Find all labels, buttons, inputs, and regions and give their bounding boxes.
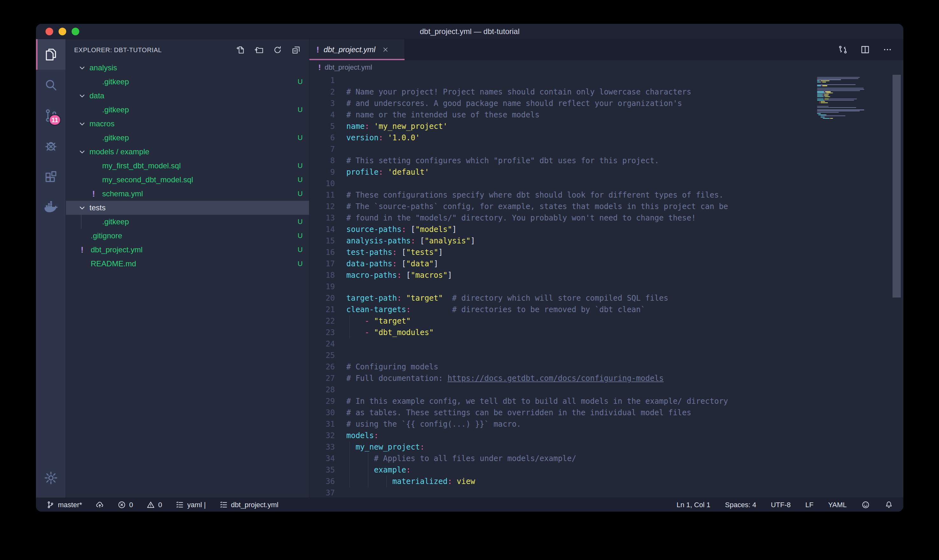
split-icon[interactable] xyxy=(860,45,870,55)
git-untracked-badge: U xyxy=(298,260,303,268)
status-linter-yaml[interactable]: yaml | xyxy=(175,500,206,509)
line-number: 12 xyxy=(309,201,346,212)
code-line-3[interactable]: 3# and underscores. A good package name … xyxy=(309,98,904,109)
code-line-15[interactable]: 15analysis-paths: ["analysis"] xyxy=(309,235,904,246)
status-problems-errors[interactable]: 0 xyxy=(117,500,133,509)
tree-file--gitkeep[interactable]: .gitkeepU xyxy=(66,103,309,117)
code-line-23[interactable]: 23 - "dbt_modules" xyxy=(309,327,904,338)
code-line-29[interactable]: 29# In this example config, we tell dbt … xyxy=(309,395,904,407)
close-tab-icon[interactable] xyxy=(382,46,389,54)
code-line-32[interactable]: 32models: xyxy=(309,430,904,441)
collapse-all-icon[interactable] xyxy=(291,45,301,55)
tree-file-my-first-dbt-model-sql[interactable]: my_first_dbt_model.sqlU xyxy=(66,159,309,173)
status-language-mode[interactable]: YAML xyxy=(828,501,847,509)
tree-file-dbt-project-yml[interactable]: !dbt_project.ymlU xyxy=(66,243,309,257)
code-line-37[interactable]: 37 xyxy=(309,487,904,498)
tree-file--gitkeep[interactable]: .gitkeepU xyxy=(66,215,309,229)
code-line-16[interactable]: 16test-paths: ["tests"] xyxy=(309,246,904,258)
tree-folder-tests[interactable]: tests xyxy=(66,201,309,215)
line-content: source-paths: ["models"] xyxy=(346,224,457,235)
activity-item-debug[interactable] xyxy=(36,131,66,161)
tree-file--gitignore[interactable]: .gitignoreU xyxy=(66,229,309,243)
new-file-icon[interactable] xyxy=(236,45,245,55)
tree-folder-data[interactable]: data xyxy=(66,89,309,103)
code-line-6[interactable]: 6version: '1.0.0' xyxy=(309,132,904,143)
activity-item-source-control[interactable]: 11 xyxy=(36,100,66,131)
code-line-7[interactable]: 7 xyxy=(309,143,904,155)
code-line-30[interactable]: 30# as tables. These settings can be ove… xyxy=(309,407,904,418)
code-line-2[interactable]: 2# Name your project! Project names shou… xyxy=(309,86,904,98)
line-number: 1 xyxy=(309,75,346,86)
tab-dbt-project-yml[interactable]: ! dbt_project.yml xyxy=(309,39,405,60)
zoom-window-button[interactable] xyxy=(72,28,79,35)
code-line-8[interactable]: 8# This setting configures which "profil… xyxy=(309,155,904,166)
status-problems-warnings[interactable]: 0 xyxy=(146,500,162,509)
line-content: # and underscores. A good package name s… xyxy=(346,98,682,109)
status-git-branch-status[interactable]: master* xyxy=(46,500,82,509)
activity-item-docker[interactable] xyxy=(36,192,66,222)
code-line-26[interactable]: 26# Configuring models xyxy=(309,361,904,372)
code-line-12[interactable]: 12# The `source-paths` config, for examp… xyxy=(309,201,904,212)
code-line-14[interactable]: 14source-paths: ["models"] xyxy=(309,224,904,235)
status-eol-sequence[interactable]: LF xyxy=(805,501,814,509)
editor[interactable]: 12# Name your project! Project names sho… xyxy=(309,75,904,498)
tree-folder-models-example[interactable]: models / example xyxy=(66,145,309,159)
tree-file--gitkeep[interactable]: .gitkeepU xyxy=(66,131,309,145)
code-line-28[interactable]: 28 xyxy=(309,384,904,395)
code-line-36[interactable]: 36 materialized: view xyxy=(309,476,904,487)
code-line-21[interactable]: 21clean-targets: # directories to be rem… xyxy=(309,304,904,315)
minimap[interactable] xyxy=(817,75,889,120)
code-line-25[interactable]: 25 xyxy=(309,350,904,361)
tab-bar: ! dbt_project.yml xyxy=(309,39,904,60)
code-line-1[interactable]: 1 xyxy=(309,75,904,86)
code-line-20[interactable]: 20target-path: "target" # directory whic… xyxy=(309,292,904,304)
status-sync-changes[interactable] xyxy=(95,500,104,509)
activity-item-search[interactable] xyxy=(36,70,66,100)
activity-item-gear[interactable] xyxy=(36,463,66,493)
activity-item-files[interactable] xyxy=(36,39,66,70)
new-folder-icon[interactable] xyxy=(254,45,264,55)
line-content: - "target" xyxy=(346,315,411,327)
tree-file-schema-yml[interactable]: !schema.ymlU xyxy=(66,187,309,201)
refresh-icon[interactable] xyxy=(273,45,282,55)
code-line-35[interactable]: 35 example: xyxy=(309,464,904,476)
tree-item-label: .gitkeep xyxy=(102,77,129,86)
more-icon[interactable] xyxy=(882,45,893,55)
tree-file-readme-md[interactable]: README.mdU xyxy=(66,257,309,271)
code-line-17[interactable]: 17data-paths: ["data"] xyxy=(309,258,904,269)
tree-file-my-second-dbt-model-sql[interactable]: my_second_dbt_model.sqlU xyxy=(66,173,309,187)
code-line-19[interactable]: 19 xyxy=(309,281,904,292)
code-line-22[interactable]: 22 - "target" xyxy=(309,315,904,327)
close-window-button[interactable] xyxy=(46,28,53,35)
code-line-27[interactable]: 27# Full documentation: https://docs.get… xyxy=(309,372,904,384)
status-notifications[interactable] xyxy=(885,500,893,509)
code-line-33[interactable]: 33 my_new_project: xyxy=(309,441,904,453)
code-line-9[interactable]: 9profile: 'default' xyxy=(309,166,904,178)
editor-group: ! dbt_project.yml ! dbt_project.yml 12# … xyxy=(309,39,904,498)
line-content: version: '1.0.0' xyxy=(346,132,420,143)
tree-folder-analysis[interactable]: analysis xyxy=(66,61,309,75)
code-line-31[interactable]: 31# using the `{{ config(...) }}` macro. xyxy=(309,418,904,430)
code-line-18[interactable]: 18macro-paths: ["macros"] xyxy=(309,269,904,281)
line-number: 29 xyxy=(309,395,346,407)
status-indentation[interactable]: Spaces: 4 xyxy=(725,501,756,509)
tree-folder-macros[interactable]: macros xyxy=(66,117,309,131)
code-line-24[interactable]: 24 xyxy=(309,338,904,350)
activity-item-extensions[interactable] xyxy=(36,161,66,192)
scrollbar-thumb[interactable] xyxy=(893,75,901,297)
code-line-4[interactable]: 4# name or the intended use of these mod… xyxy=(309,109,904,121)
code-line-10[interactable]: 10 xyxy=(309,178,904,189)
status-feedback[interactable] xyxy=(861,500,870,509)
breadcrumb[interactable]: ! dbt_project.yml xyxy=(309,60,904,75)
line-number: 32 xyxy=(309,430,346,441)
code-line-13[interactable]: 13# found in the "models/" directory. Yo… xyxy=(309,212,904,224)
tree-file--gitkeep[interactable]: .gitkeepU xyxy=(66,75,309,89)
code-line-11[interactable]: 11# These configurations specify where d… xyxy=(309,189,904,201)
code-line-34[interactable]: 34 # Applies to all files under models/e… xyxy=(309,453,904,464)
status-outline-file[interactable]: dbt_project.yml xyxy=(219,500,279,509)
minimize-window-button[interactable] xyxy=(58,28,66,35)
compare-icon[interactable] xyxy=(838,45,848,55)
status-encoding[interactable]: UTF-8 xyxy=(771,501,791,509)
status-cursor-position[interactable]: Ln 1, Col 1 xyxy=(676,501,710,509)
code-line-5[interactable]: 5name: 'my_new_project' xyxy=(309,121,904,132)
